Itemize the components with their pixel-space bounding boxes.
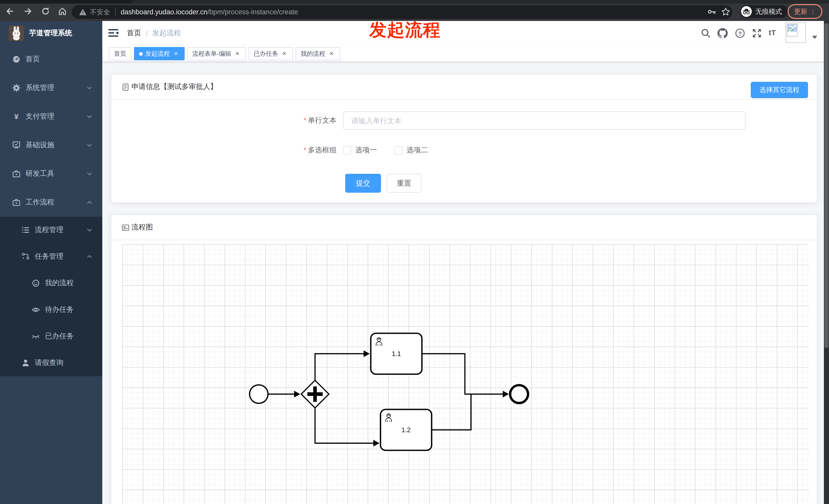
- dashboard-gauge-icon: [12, 55, 21, 64]
- search-icon[interactable]: [700, 28, 711, 38]
- form-row-checkbox: *多选框组 选项一 选项二: [273, 145, 445, 155]
- tab-done-tasks[interactable]: 已办任务 ×: [249, 47, 293, 60]
- browser-home-icon[interactable]: [58, 7, 67, 16]
- broken-image-icon: [787, 24, 798, 37]
- tab-home[interactable]: 首页: [109, 47, 132, 60]
- sidebar-item-workflow[interactable]: 工作流程: [0, 188, 102, 217]
- user-icon: [22, 359, 30, 367]
- breadcrumb-separator: /: [146, 29, 148, 37]
- sidebar-collapse-icon[interactable]: [108, 29, 119, 37]
- url-path[interactable]: /bpm/process-instance/create: [207, 8, 298, 16]
- task-label: 1.1: [392, 350, 401, 357]
- page-scrollbar[interactable]: [824, 21, 829, 504]
- tab-label: 首页: [114, 49, 126, 58]
- submit-button[interactable]: 提交: [345, 174, 381, 193]
- form-row-text: *单行文本: [273, 111, 746, 130]
- parallel-gateway-node[interactable]: [301, 380, 329, 408]
- select-other-process-button[interactable]: 选择其它流程: [751, 82, 808, 98]
- checkbox-icon[interactable]: [343, 146, 351, 154]
- workflow-submenu: 流程管理 任务管理 我的流程 待办任务: [0, 217, 102, 376]
- diagram-card-title: 流程图: [132, 223, 153, 232]
- apply-card-header: 申请信息【测试多审批人】 选择其它流程: [111, 75, 817, 100]
- scrollbar-thumb[interactable]: [824, 23, 828, 348]
- update-label[interactable]: 更新: [794, 7, 807, 16]
- sidebar-item-process-mgmt[interactable]: 流程管理: [0, 217, 102, 243]
- sidebar-item-my-processes[interactable]: 我的流程: [0, 270, 102, 297]
- url-bar[interactable]: 不安全 dashboard.yudao.iocoder.cn/bpm/proce…: [72, 5, 732, 19]
- security-label[interactable]: 不安全: [90, 7, 110, 16]
- browser-menu-dots-icon[interactable]: ⋮: [810, 8, 816, 15]
- sidebar-item-done-tasks[interactable]: 已办任务: [0, 323, 102, 350]
- sidebar-item-dev-tools[interactable]: 研发工具: [0, 159, 102, 188]
- monitor-check-icon: [12, 141, 21, 149]
- logo-rabbit-image: [9, 25, 24, 41]
- user-task-1-1[interactable]: 1.1: [371, 333, 422, 374]
- flow-link-icon: [22, 253, 30, 261]
- incognito-badge: 无痕模式: [740, 5, 788, 18]
- tab-my-processes[interactable]: 我的流程 ×: [296, 47, 340, 60]
- tab-label: 发起流程: [145, 49, 170, 58]
- sidebar-item-leave-query[interactable]: 请假查询: [0, 350, 102, 376]
- avatar-dropdown-caret-icon[interactable]: [812, 36, 817, 39]
- arrowhead: [364, 350, 370, 357]
- reset-button[interactable]: 重置: [387, 174, 422, 193]
- screenshot-stage: 不安全 dashboard.yudao.iocoder.cn/bpm/proce…: [0, 0, 829, 504]
- breadcrumb-home[interactable]: 首页: [127, 28, 141, 38]
- sidebar-item-payment[interactable]: ¥ 支付管理: [0, 102, 102, 131]
- main-content: 申请信息【测试多审批人】 选择其它流程 *单行文本 *多选框组 选项一 选项二: [102, 61, 829, 504]
- diagram-card-header: 流程图: [111, 215, 817, 240]
- checkbox-icon[interactable]: [394, 146, 402, 154]
- user-task-1-2[interactable]: 1.2: [381, 410, 432, 450]
- checkbox-label: 选项一: [355, 146, 377, 155]
- sidebar-logo[interactable]: 芋道管理系统: [0, 21, 102, 45]
- sidebar-item-label: 任务管理: [35, 252, 63, 261]
- browser-forward-icon[interactable]: [24, 7, 33, 16]
- not-secure-warning-icon: [79, 8, 87, 16]
- checkbox-option-two[interactable]: 选项二: [394, 146, 428, 155]
- apply-info-card: 申请信息【测试多审批人】 选择其它流程 *单行文本 *多选框组 选项一 选项二: [111, 74, 817, 203]
- flow-task2-join: [432, 394, 471, 430]
- sidebar-item-label: 研发工具: [26, 169, 54, 179]
- url-host[interactable]: dashboard.yudao.iocoder.cn: [121, 8, 207, 16]
- avatar[interactable]: [786, 23, 806, 43]
- bookmark-star-icon[interactable]: [721, 7, 730, 16]
- start-event-node[interactable]: [250, 385, 268, 403]
- close-tab-icon[interactable]: ×: [328, 50, 335, 57]
- tab-start-process[interactable]: 发起流程 ×: [134, 47, 185, 60]
- form-actions: 提交 重置: [345, 174, 422, 193]
- question-glyph: ?: [738, 30, 742, 37]
- incognito-icon: [741, 6, 752, 17]
- sidebar-item-system[interactable]: 系统管理: [0, 74, 102, 102]
- incognito-label: 无痕模式: [755, 7, 782, 16]
- close-tab-icon[interactable]: ×: [281, 50, 288, 57]
- arrowhead: [503, 391, 509, 397]
- close-tab-icon[interactable]: ×: [234, 50, 241, 57]
- browser-back-icon[interactable]: [5, 7, 14, 16]
- gear-icon: [12, 84, 21, 92]
- browser-update-button[interactable]: 更新 ⋮: [788, 4, 822, 19]
- help-question-icon[interactable]: ?: [735, 28, 745, 38]
- eye-closed-icon: [32, 332, 40, 341]
- end-event-node[interactable]: [510, 385, 528, 403]
- sidebar-item-todo-tasks[interactable]: 待办任务: [0, 297, 102, 323]
- browser-active-tab[interactable]: [132, 0, 829, 4]
- sidebar-item-task-mgmt[interactable]: 任务管理: [0, 243, 102, 270]
- github-icon[interactable]: [718, 28, 728, 38]
- fullscreen-icon[interactable]: [752, 28, 762, 38]
- password-key-icon[interactable]: [707, 7, 717, 16]
- browser-reload-icon[interactable]: [41, 7, 50, 16]
- single-line-text-input[interactable]: [343, 111, 746, 130]
- bpmn-canvas[interactable]: 1.1 1.2: [122, 244, 808, 504]
- bpmn-diagram: 1.1 1.2: [122, 244, 808, 504]
- flow-gateway-to-task2: [315, 408, 373, 443]
- briefcase-icon: [12, 198, 21, 206]
- tab-process-form-edit[interactable]: 流程表单-编辑 ×: [187, 47, 246, 60]
- breadcrumb-current: 发起流程: [152, 28, 181, 38]
- smiley-face-icon: [32, 279, 40, 287]
- font-size-icon[interactable]: tT: [769, 28, 779, 38]
- checkbox-group: 选项一 选项二: [343, 146, 445, 155]
- sidebar-item-infrastructure[interactable]: 基础设施: [0, 131, 102, 159]
- checkbox-option-one[interactable]: 选项一: [343, 146, 377, 155]
- sidebar-item-home[interactable]: 首页: [0, 45, 102, 74]
- close-tab-icon[interactable]: ×: [172, 50, 180, 57]
